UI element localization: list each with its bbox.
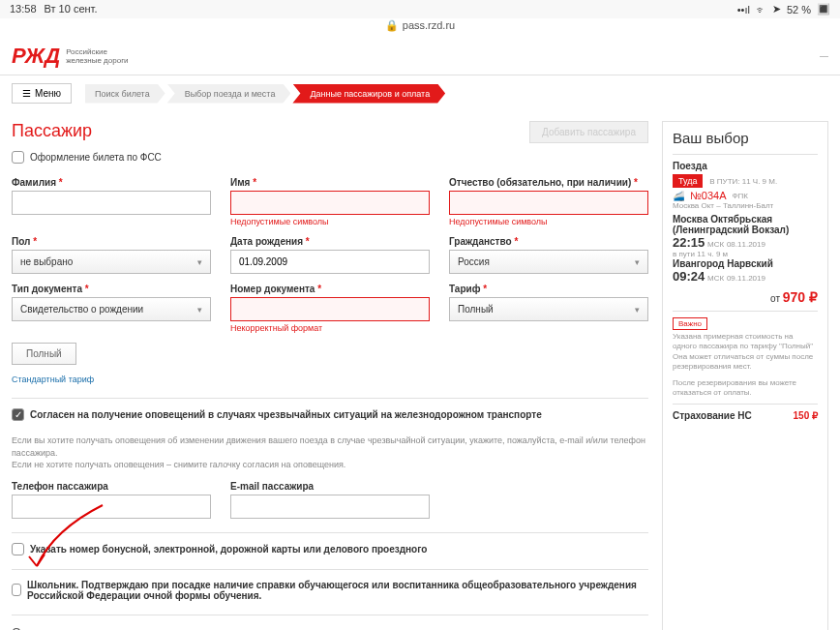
signal-icon: ••ıl	[737, 4, 750, 15]
lock-icon: 🔒	[385, 19, 399, 32]
phone-label: Телефон пассажира	[12, 481, 211, 492]
emergency-consent-checkbox[interactable]: ✓	[12, 408, 24, 421]
sidebar-title: Ваш выбор	[673, 130, 818, 146]
duration-text: В ПУТИ: 11 Ч. 9 М.	[709, 177, 777, 186]
lastname-label: Фамилия *	[12, 177, 211, 188]
breadcrumb-steps: Поиск билета Выбор поезда и места Данные…	[85, 84, 447, 104]
sidebar-your-choice: Ваш выбор Поезда Туда В ПУТИ: 11 Ч. 9 М.…	[662, 121, 828, 630]
direction-tag: Туда	[673, 174, 703, 188]
insurance-price: 150 ₽	[794, 410, 818, 421]
gender-select[interactable]: не выбрано▾	[12, 250, 211, 274]
logo-text: Российские железные дороги	[66, 47, 128, 65]
insurance-label: Страхование НС	[673, 410, 752, 421]
dep-date: 08.11.2019	[727, 240, 765, 249]
fss-label: Оформление билета по ФСС	[30, 152, 162, 163]
logo-mark: РЖД	[12, 44, 60, 69]
gender-label: Пол *	[12, 236, 211, 247]
phone-input[interactable]	[12, 495, 211, 519]
birthdate-input[interactable]	[230, 250, 430, 274]
header-links: —	[820, 51, 828, 61]
arr-time: 09:24	[673, 269, 705, 284]
main-form: Добавить пассажира Пассажир Оформление б…	[12, 121, 648, 630]
insurance-heading: Страхование на время поездки	[12, 625, 648, 630]
chevron-down-icon: ▾	[635, 305, 640, 315]
schoolchild-checkbox[interactable]	[12, 584, 21, 596]
firstname-error: Недопустимые символы	[230, 217, 430, 226]
tariff-full-button[interactable]: Полный	[12, 343, 76, 365]
tariff-select[interactable]: Полный▾	[449, 297, 648, 321]
docnum-error: Некорректный формат	[230, 323, 430, 333]
location-icon: ➤	[772, 3, 781, 15]
route-small: Москва Окт – Таллинн-Балт	[673, 201, 818, 210]
status-time: 13:58	[10, 3, 37, 15]
doctype-select[interactable]: Свидетельство о рождении▾	[12, 297, 211, 321]
status-date: Вт 10 сент.	[45, 3, 98, 15]
browser-url-bar[interactable]: 🔒 pass.rzd.ru	[0, 18, 840, 38]
chevron-down-icon: ▾	[197, 305, 202, 315]
doctype-label: Тип документа *	[12, 284, 211, 294]
station-from: Москва Октябрьская (Ленинградский Вокзал…	[673, 214, 818, 235]
bonus-card-checkbox[interactable]	[12, 543, 24, 555]
middlename-label: Отчество (обязательно, при наличии) *	[449, 177, 648, 188]
step-passengers: Данные пассажиров и оплата	[292, 84, 445, 104]
train-type: ФПК	[733, 192, 749, 200]
arr-date: 09.11.2019	[727, 274, 765, 283]
docnum-input[interactable]	[230, 297, 430, 321]
email-input[interactable]	[230, 495, 430, 519]
citizenship-label: Гражданство *	[449, 236, 648, 247]
hamburger-icon: ☰	[22, 88, 31, 99]
wifi-icon: ᯤ	[756, 4, 766, 15]
firstname-label: Имя *	[230, 177, 430, 188]
middlename-input[interactable]	[449, 191, 648, 215]
birthdate-label: Дата рождения *	[230, 236, 430, 247]
price-note: Указана примерная стоимость на одного па…	[673, 332, 818, 373]
battery-icon: 🔳	[817, 3, 830, 15]
bonus-card-label: Указать номер бонусной, электронной, дор…	[30, 544, 427, 555]
citizenship-select[interactable]: Россия▾	[449, 250, 648, 274]
station-to: Ивангород Нарвский	[673, 258, 818, 269]
fss-checkbox[interactable]	[12, 151, 24, 164]
logo[interactable]: РЖД Российские железные дороги	[12, 44, 129, 69]
firstname-input[interactable]	[230, 191, 430, 215]
step-select[interactable]: Выбор поезда и места	[167, 84, 291, 104]
menu-button[interactable]: ☰ Меню	[12, 83, 72, 104]
chevron-down-icon: ▾	[197, 257, 202, 267]
add-passenger-button[interactable]: Добавить пассажира	[529, 121, 648, 143]
reserve-note: После резервирования вы можете отказатьс…	[673, 378, 818, 399]
train-number[interactable]: №034А	[690, 190, 727, 201]
important-badge: Важно	[673, 317, 707, 330]
chevron-down-icon: ▾	[635, 257, 640, 267]
consent-note-1: Если вы хотите получать оповещения об из…	[12, 435, 648, 459]
battery-text: 52 %	[787, 4, 811, 15]
price: 970 ₽	[783, 289, 818, 305]
ipad-status-bar: 13:58 Вт 10 сент. ••ıl ᯤ ➤ 52 % 🔳	[0, 0, 840, 18]
consent-note-2: Если не хотите получать оповещения – сни…	[12, 459, 648, 471]
trains-heading: Поезда	[673, 161, 818, 171]
email-label: E-mail пассажира	[230, 481, 430, 492]
url-host: pass.rzd.ru	[403, 19, 455, 32]
dep-time: 22:15	[673, 235, 705, 250]
duration-2: в пути 11 ч. 9 м	[673, 250, 818, 258]
middlename-error: Недопустимые символы	[449, 217, 648, 226]
emergency-consent-label: Согласен на получение оповещений в случа…	[30, 409, 542, 420]
lastname-input[interactable]	[12, 191, 211, 215]
schoolchild-label: Школьник. Подтверждаю при посадке наличи…	[27, 580, 648, 601]
docnum-label: Номер документа *	[230, 284, 430, 294]
site-header: РЖД Российские железные дороги —	[0, 38, 840, 75]
step-search[interactable]: Поиск билета	[85, 84, 165, 104]
standard-tariff-link[interactable]: Стандартный тариф	[12, 375, 94, 384]
menu-row: ☰ Меню Поиск билета Выбор поезда и места…	[0, 75, 840, 111]
train-icon: 🚄	[673, 191, 684, 201]
tariff-label: Тариф *	[449, 284, 648, 294]
